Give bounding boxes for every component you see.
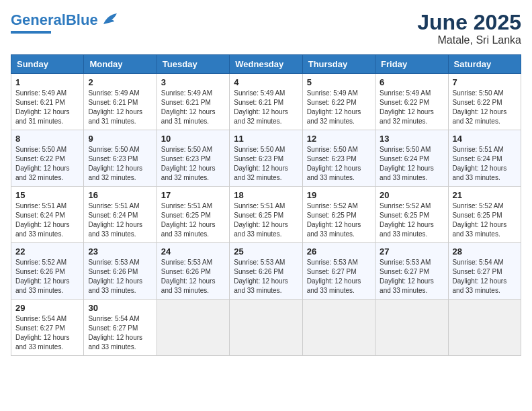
- day-number: 22: [15, 246, 79, 257]
- day-cell: 9 Sunrise: 5:50 AMSunset: 6:23 PMDayligh…: [84, 130, 157, 187]
- day-cell: 22 Sunrise: 5:52 AMSunset: 6:26 PMDaylig…: [11, 243, 84, 300]
- day-info: Sunrise: 5:49 AMSunset: 6:21 PMDaylight:…: [88, 89, 142, 125]
- day-cell: 29 Sunrise: 5:54 AMSunset: 6:27 PMDaylig…: [11, 300, 84, 356]
- day-info: Sunrise: 5:54 AMSunset: 6:27 PMDaylight:…: [88, 315, 142, 351]
- day-number: 24: [161, 246, 225, 257]
- day-number: 4: [234, 77, 298, 87]
- day-cell: 4 Sunrise: 5:49 AMSunset: 6:21 PMDayligh…: [230, 74, 302, 130]
- day-info: Sunrise: 5:51 AMSunset: 6:25 PMDaylight:…: [234, 202, 288, 238]
- page-header: GeneralBlue June 2025 Matale, Sri Lanka: [11, 11, 521, 46]
- day-cell: 15 Sunrise: 5:51 AMSunset: 6:24 PMDaylig…: [11, 187, 84, 243]
- month-title: June 2025: [417, 11, 521, 34]
- calendar-table: Sunday Monday Tuesday Wednesday Thursday…: [11, 54, 521, 356]
- logo: GeneralBlue: [11, 11, 120, 34]
- day-cell: 7 Sunrise: 5:50 AMSunset: 6:22 PMDayligh…: [448, 74, 521, 130]
- day-info: Sunrise: 5:53 AMSunset: 6:26 PMDaylight:…: [161, 259, 216, 294]
- day-number: 9: [88, 134, 152, 144]
- day-cell: 18 Sunrise: 5:51 AMSunset: 6:25 PMDaylig…: [230, 187, 302, 243]
- day-info: Sunrise: 5:50 AMSunset: 6:22 PMDaylight:…: [453, 89, 507, 125]
- calendar-week-row: 15 Sunrise: 5:51 AMSunset: 6:24 PMDaylig…: [11, 187, 521, 243]
- day-cell: 26 Sunrise: 5:53 AMSunset: 6:27 PMDaylig…: [302, 243, 375, 300]
- day-number: 28: [453, 246, 517, 257]
- day-cell: 3 Sunrise: 5:49 AMSunset: 6:21 PMDayligh…: [157, 74, 229, 130]
- day-cell: 10 Sunrise: 5:50 AMSunset: 6:23 PMDaylig…: [157, 130, 229, 187]
- day-number: 13: [380, 134, 443, 144]
- day-info: Sunrise: 5:50 AMSunset: 6:23 PMDaylight:…: [161, 146, 216, 181]
- day-number: 8: [15, 134, 79, 144]
- day-number: 12: [307, 134, 371, 144]
- day-number: 6: [380, 77, 443, 87]
- logo-icon: [101, 12, 120, 27]
- day-cell: 14 Sunrise: 5:51 AMSunset: 6:24 PMDaylig…: [448, 130, 521, 187]
- day-number: 27: [380, 246, 443, 257]
- day-number: 10: [161, 134, 225, 144]
- day-info: Sunrise: 5:54 AMSunset: 6:27 PMDaylight:…: [15, 315, 70, 351]
- day-cell: 13 Sunrise: 5:50 AMSunset: 6:24 PMDaylig…: [375, 130, 448, 187]
- day-info: Sunrise: 5:52 AMSunset: 6:26 PMDaylight:…: [15, 259, 70, 294]
- logo-underline: [11, 31, 51, 34]
- day-cell: 2 Sunrise: 5:49 AMSunset: 6:21 PMDayligh…: [84, 74, 157, 130]
- day-cell: 5 Sunrise: 5:49 AMSunset: 6:22 PMDayligh…: [302, 74, 375, 130]
- calendar-week-row: 29 Sunrise: 5:54 AMSunset: 6:27 PMDaylig…: [11, 300, 521, 356]
- day-info: Sunrise: 5:50 AMSunset: 6:23 PMDaylight:…: [234, 146, 288, 181]
- col-friday: Friday: [375, 55, 448, 74]
- col-tuesday: Tuesday: [157, 55, 229, 74]
- empty-cell: [302, 300, 375, 356]
- day-cell: 11 Sunrise: 5:50 AMSunset: 6:23 PMDaylig…: [230, 130, 302, 187]
- day-number: 17: [161, 190, 225, 200]
- col-wednesday: Wednesday: [230, 55, 302, 74]
- day-number: 2: [88, 77, 152, 87]
- day-cell: 21 Sunrise: 5:52 AMSunset: 6:25 PMDaylig…: [448, 187, 521, 243]
- day-cell: 24 Sunrise: 5:53 AMSunset: 6:26 PMDaylig…: [157, 243, 229, 300]
- day-number: 7: [453, 77, 517, 87]
- col-monday: Monday: [84, 55, 157, 74]
- day-cell: 30 Sunrise: 5:54 AMSunset: 6:27 PMDaylig…: [84, 300, 157, 356]
- title-block: June 2025 Matale, Sri Lanka: [417, 11, 521, 46]
- day-number: 30: [88, 303, 152, 313]
- day-info: Sunrise: 5:50 AMSunset: 6:22 PMDaylight:…: [15, 146, 70, 181]
- day-cell: 6 Sunrise: 5:49 AMSunset: 6:22 PMDayligh…: [375, 74, 448, 130]
- day-info: Sunrise: 5:51 AMSunset: 6:24 PMDaylight:…: [453, 146, 507, 181]
- day-info: Sunrise: 5:49 AMSunset: 6:22 PMDaylight:…: [380, 89, 434, 125]
- day-cell: 8 Sunrise: 5:50 AMSunset: 6:22 PMDayligh…: [11, 130, 84, 187]
- logo-general: General: [11, 11, 66, 28]
- day-cell: 28 Sunrise: 5:54 AMSunset: 6:27 PMDaylig…: [448, 243, 521, 300]
- col-saturday: Saturday: [448, 55, 521, 74]
- day-info: Sunrise: 5:53 AMSunset: 6:27 PMDaylight:…: [307, 259, 361, 294]
- col-thursday: Thursday: [302, 55, 375, 74]
- day-info: Sunrise: 5:52 AMSunset: 6:25 PMDaylight:…: [380, 202, 434, 238]
- day-cell: 20 Sunrise: 5:52 AMSunset: 6:25 PMDaylig…: [375, 187, 448, 243]
- day-info: Sunrise: 5:49 AMSunset: 6:21 PMDaylight:…: [15, 89, 70, 125]
- day-number: 29: [15, 303, 79, 313]
- day-info: Sunrise: 5:49 AMSunset: 6:22 PMDaylight:…: [307, 89, 361, 125]
- logo-text: GeneralBlue: [11, 13, 98, 28]
- day-info: Sunrise: 5:53 AMSunset: 6:26 PMDaylight:…: [88, 259, 142, 294]
- logo-blue: Blue: [66, 11, 98, 28]
- day-cell: 23 Sunrise: 5:53 AMSunset: 6:26 PMDaylig…: [84, 243, 157, 300]
- day-number: 11: [234, 134, 298, 144]
- day-cell: 19 Sunrise: 5:52 AMSunset: 6:25 PMDaylig…: [302, 187, 375, 243]
- empty-cell: [448, 300, 521, 356]
- calendar-week-row: 22 Sunrise: 5:52 AMSunset: 6:26 PMDaylig…: [11, 243, 521, 300]
- empty-cell: [157, 300, 229, 356]
- day-number: 20: [380, 190, 443, 200]
- day-number: 23: [88, 246, 152, 257]
- day-number: 5: [307, 77, 371, 87]
- day-number: 14: [453, 134, 517, 144]
- day-number: 16: [88, 190, 152, 200]
- day-info: Sunrise: 5:52 AMSunset: 6:25 PMDaylight:…: [307, 202, 361, 238]
- day-cell: 27 Sunrise: 5:53 AMSunset: 6:27 PMDaylig…: [375, 243, 448, 300]
- day-info: Sunrise: 5:51 AMSunset: 6:24 PMDaylight:…: [88, 202, 142, 238]
- day-cell: 25 Sunrise: 5:53 AMSunset: 6:26 PMDaylig…: [230, 243, 302, 300]
- day-info: Sunrise: 5:53 AMSunset: 6:26 PMDaylight:…: [234, 259, 288, 294]
- day-info: Sunrise: 5:50 AMSunset: 6:23 PMDaylight:…: [307, 146, 361, 181]
- calendar-week-row: 1 Sunrise: 5:49 AMSunset: 6:21 PMDayligh…: [11, 74, 521, 130]
- day-number: 3: [161, 77, 225, 87]
- day-info: Sunrise: 5:51 AMSunset: 6:24 PMDaylight:…: [15, 202, 70, 238]
- day-info: Sunrise: 5:49 AMSunset: 6:21 PMDaylight:…: [161, 89, 216, 125]
- day-info: Sunrise: 5:50 AMSunset: 6:24 PMDaylight:…: [380, 146, 434, 181]
- day-cell: 16 Sunrise: 5:51 AMSunset: 6:24 PMDaylig…: [84, 187, 157, 243]
- day-cell: 17 Sunrise: 5:51 AMSunset: 6:25 PMDaylig…: [157, 187, 229, 243]
- day-info: Sunrise: 5:53 AMSunset: 6:27 PMDaylight:…: [380, 259, 434, 294]
- day-number: 19: [307, 190, 371, 200]
